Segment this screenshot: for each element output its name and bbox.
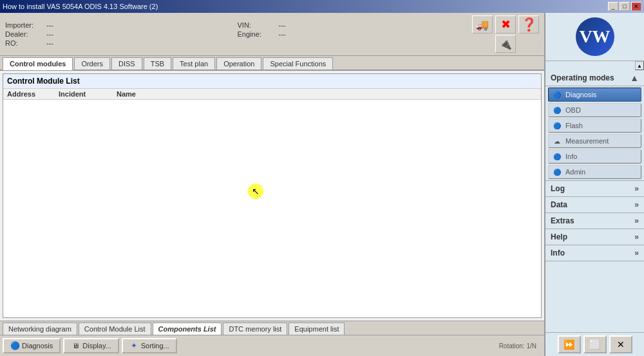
column-incident: Incident	[59, 90, 117, 98]
content-area: Control Module List Address Incident Nam…	[3, 73, 542, 318]
right-bottom-bar: ⏩ ⬜ ✕	[545, 332, 644, 356]
dealer-row: Dealer: ---	[5, 30, 235, 38]
tab-special-functions[interactable]: Special Functions	[263, 57, 333, 70]
ro-value: ---	[46, 39, 53, 47]
cursor-indicator: ↖	[248, 183, 263, 199]
section-info[interactable]: Info »	[545, 245, 644, 261]
section-data-label: Data	[551, 200, 567, 209]
column-name: Name	[117, 90, 537, 98]
mode-diagnosis[interactable]: 🔵 Diagnosis	[548, 88, 641, 102]
column-address: Address	[7, 90, 59, 98]
top-icon-row: 🚚 ✖ ❓	[472, 15, 539, 33]
right-btn-window[interactable]: ⬜	[583, 335, 607, 353]
mode-flash-icon: 🔵	[553, 121, 562, 130]
section-data[interactable]: Data »	[545, 197, 644, 213]
tab-test-plan[interactable]: Test plan	[173, 57, 215, 70]
bottom-icon-row: 🔌	[495, 35, 516, 53]
section-info-label: Info	[551, 248, 565, 258]
mode-diagnosis-label: Diagnosis	[565, 91, 596, 98]
sorting-label: Sorting...	[141, 342, 169, 350]
bottom-tab-equipment[interactable]: Equipment list	[289, 323, 345, 335]
mode-flash[interactable]: 🔵 Flash	[548, 118, 641, 133]
vin-label: VIN:	[238, 21, 276, 29]
minimize-button[interactable]: _	[608, 2, 618, 11]
diagnosis-icon: 🔵	[10, 341, 19, 350]
vw-logo-area: VW	[545, 13, 644, 61]
mode-obd[interactable]: 🔵 OBD	[548, 103, 641, 117]
engine-label: Engine:	[238, 30, 276, 38]
ro-row: RO: ---	[5, 39, 235, 47]
importer-label: Importer:	[5, 21, 44, 29]
engine-row: Engine: ---	[238, 30, 468, 38]
tab-orders[interactable]: Orders	[74, 57, 110, 70]
tab-bar: Control modules Orders DISS TSB Test pla…	[0, 56, 544, 71]
mode-obd-label: OBD	[565, 106, 581, 114]
section-extras-label: Extras	[551, 216, 574, 225]
close-button[interactable]: ✕	[631, 2, 641, 11]
dealer-value: ---	[46, 30, 53, 38]
window-title: How to install VAS 5054A ODIS 4.13 Softw…	[3, 3, 158, 10]
sorting-button[interactable]: ✦ Sorting...	[122, 338, 177, 353]
title-bar: How to install VAS 5054A ODIS 4.13 Softw…	[0, 0, 644, 13]
status-text: Rotation: 1/N	[499, 342, 536, 350]
tab-operation[interactable]: Operation	[216, 57, 261, 70]
mode-info[interactable]: 🔵 Info	[548, 149, 641, 164]
display-icon: 🖥	[71, 341, 80, 350]
mode-admin[interactable]: 🔵 Admin	[548, 165, 641, 179]
right-scroll-top: ▲	[545, 61, 644, 70]
mode-obd-icon: 🔵	[553, 106, 562, 115]
scroll-up-button[interactable]: ▲	[635, 61, 644, 70]
table-header: Address Incident Name	[3, 89, 541, 100]
operating-modes: 🔵 Diagnosis 🔵 OBD 🔵 Flash ☁ Measurement …	[545, 86, 644, 181]
section-help[interactable]: Help »	[545, 229, 644, 245]
operating-modes-expand-icon[interactable]: ▲	[630, 73, 639, 83]
bottom-tab-dtc-memory[interactable]: DTC memory list	[223, 323, 287, 335]
section-extras-chevron: »	[634, 216, 639, 225]
left-panel: Importer: --- VIN: --- Dealer: --- Engin…	[0, 13, 544, 356]
dealer-label: Dealer:	[5, 30, 44, 38]
vehicle-fields: Importer: --- VIN: --- Dealer: --- Engin…	[5, 21, 467, 47]
section-extras[interactable]: Extras »	[545, 213, 644, 229]
engine-value: ---	[279, 30, 286, 38]
mode-admin-icon: 🔵	[553, 167, 562, 176]
section-log-chevron: »	[634, 184, 639, 193]
section-data-chevron: »	[634, 200, 639, 209]
mode-measurement[interactable]: ☁ Measurement	[548, 134, 641, 148]
diagnosis-label: Diagnosis	[22, 342, 53, 350]
bottom-tab-control-module-list[interactable]: Control Module List	[79, 323, 151, 335]
importer-row: Importer: ---	[5, 21, 235, 29]
spacer	[545, 61, 635, 70]
maximize-button[interactable]: □	[620, 2, 630, 11]
section-info-chevron: »	[634, 248, 639, 258]
right-btn-close[interactable]: ✕	[609, 335, 632, 353]
vin-row: VIN: ---	[238, 21, 468, 29]
mode-info-icon: 🔵	[553, 152, 562, 161]
operating-modes-title: Operating modes ▲	[545, 70, 644, 86]
mode-measurement-icon: ☁	[553, 136, 562, 145]
tab-tsb[interactable]: TSB	[144, 57, 171, 70]
cancel-icon-button[interactable]: ✖	[495, 15, 516, 33]
importer-value: ---	[46, 21, 53, 29]
help-icon-button[interactable]: ❓	[518, 15, 539, 33]
bottom-tab-networking[interactable]: Networking diagram	[3, 323, 77, 335]
vw-logo: VW	[576, 17, 614, 56]
operating-modes-label: Operating modes	[551, 73, 614, 82]
right-btn-forward[interactable]: ⏩	[558, 335, 581, 353]
section-log[interactable]: Log »	[545, 181, 644, 197]
display-button[interactable]: 🖥 Display...	[63, 338, 118, 353]
right-panel: VW ▲ Operating modes ▲ 🔵 Diagnosis 🔵 OBD…	[544, 13, 644, 356]
diagnosis-button[interactable]: 🔵 Diagnosis	[3, 338, 61, 353]
section-help-chevron: »	[634, 232, 639, 241]
bottom-tab-components-list[interactable]: Components List	[153, 323, 222, 335]
truck-icon-button[interactable]: 🚚	[472, 15, 493, 33]
table-body: ↖	[3, 100, 541, 317]
tab-control-modules[interactable]: Control modules	[3, 57, 73, 70]
tab-diss[interactable]: DISS	[111, 57, 142, 70]
display-label: Display...	[82, 342, 111, 350]
sorting-icon: ✦	[129, 341, 138, 350]
mode-flash-label: Flash	[565, 122, 583, 129]
connect-icon-button[interactable]: 🔌	[495, 35, 516, 53]
vin-value: ---	[279, 21, 286, 29]
action-bar: 🔵 Diagnosis 🖥 Display... ✦ Sorting... Ro…	[0, 335, 544, 356]
section-log-label: Log	[551, 184, 565, 193]
